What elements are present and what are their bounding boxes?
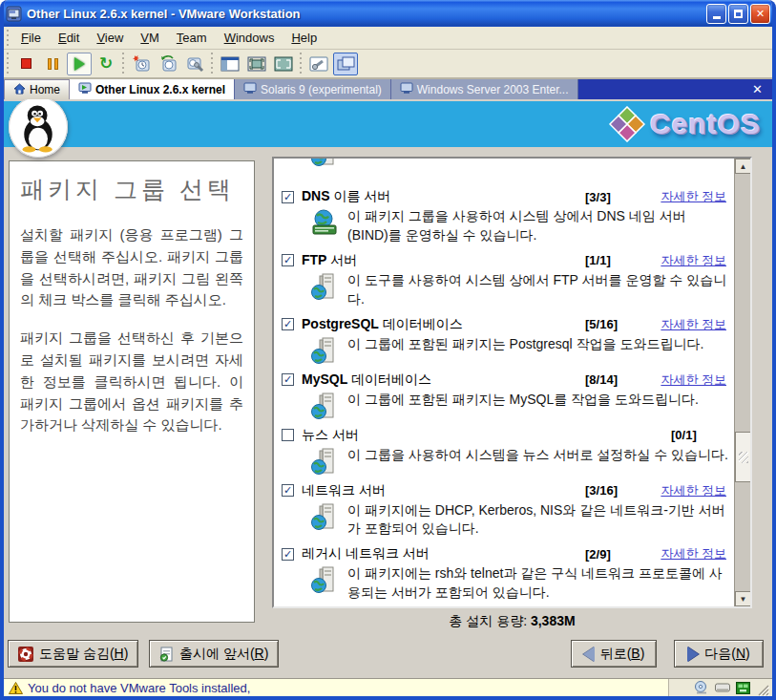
hide-help-button[interactable]: 도움말 숨김(H) bbox=[8, 640, 138, 668]
cdrom-icon[interactable] bbox=[693, 681, 709, 694]
vm-tab[interactable]: Solaris 9 (experimental) bbox=[235, 79, 391, 99]
title-bar[interactable]: Other Linux 2.6.x kernel - VMware Workst… bbox=[0, 0, 776, 27]
package-icon bbox=[310, 336, 339, 365]
package-group-row: ✓ MySQL 데이터베이스 [8/14] 자세한 정보 이 그룹에 포함된 패… bbox=[280, 371, 732, 420]
package-checkbox[interactable]: ✓ bbox=[282, 191, 294, 203]
menu-item[interactable]: Help bbox=[283, 28, 325, 48]
details-link[interactable]: 자세한 정보 bbox=[646, 545, 732, 562]
vm-tab[interactable]: Home bbox=[4, 79, 70, 99]
package-name: MySQL 데이터베이스 bbox=[302, 371, 585, 389]
package-count: [5/16] bbox=[585, 317, 646, 331]
help-panel: 패키지 그룹 선택 설치할 패키지 (응용 프로그램) 그룹을 선택해 주십시오… bbox=[9, 160, 255, 623]
total-install-size: 총 설치 용량: 3,383M bbox=[272, 613, 752, 630]
help-paragraph: 설치할 패키지 (응용 프로그램) 그룹을 선택해 주십시오. 패키지 그룹을 … bbox=[20, 224, 243, 311]
menu-item[interactable]: View bbox=[88, 28, 132, 48]
network-adapter-icon[interactable] bbox=[735, 681, 751, 694]
menu-item[interactable]: Edit bbox=[50, 28, 88, 48]
release-notes-button[interactable]: 출시에 앞서(R) bbox=[149, 640, 279, 668]
menu-item[interactable]: File bbox=[12, 28, 50, 48]
package-checkbox[interactable]: ✓ bbox=[282, 548, 294, 561]
package-group-row: ✓ 네트워크 서버 [3/16] 자세한 정보 이 패키지에는 DHCP, Ke… bbox=[280, 482, 732, 540]
package-group-row: 뉴스 서버 [0/1] 이 그룹을 사용하여 시스템을 뉴스 서버로 설정하실 … bbox=[280, 427, 732, 476]
package-description: 이 패키지에는 rsh와 telnet과 같은 구식 네트워크 프로토콜에 사용… bbox=[347, 564, 728, 603]
resize-grip-icon[interactable] bbox=[756, 683, 769, 696]
full-screen-icon[interactable] bbox=[271, 53, 296, 75]
console-view-icon[interactable] bbox=[333, 53, 358, 75]
package-count: [3/3] bbox=[585, 190, 646, 204]
package-description: 이 패키지 그룹을 사용하여 시스템 상에서 DNS 네임 서버 (BIND)를… bbox=[347, 207, 728, 245]
toolbar: ↻ bbox=[4, 50, 772, 79]
back-arrow-icon bbox=[583, 647, 595, 662]
scrollbar[interactable]: ▲ ▼ bbox=[734, 159, 750, 606]
centos-pinwheel-icon bbox=[609, 106, 645, 142]
package-icon bbox=[310, 208, 339, 237]
revert-snapshot-icon[interactable] bbox=[156, 53, 180, 75]
minimize-button[interactable] bbox=[706, 4, 726, 24]
package-icon bbox=[310, 159, 339, 167]
details-link[interactable]: 자세한 정보 bbox=[646, 316, 732, 333]
show-sidebar-icon[interactable] bbox=[218, 53, 242, 75]
home-icon bbox=[13, 83, 26, 97]
toolbar-grip[interactable] bbox=[6, 30, 10, 46]
close-button[interactable]: ✕ bbox=[750, 4, 770, 24]
snapshot-manager-icon[interactable] bbox=[182, 53, 207, 75]
tab-bar: Home Other Linux 2.6.x kernel bbox=[4, 79, 772, 99]
package-name: PostgreSQL 데이터베이스 bbox=[302, 316, 585, 333]
menu-item[interactable]: Team bbox=[168, 28, 216, 48]
vm-console: CentOS 패키지 그룹 선택 설치할 패키지 (응용 프로그램) 그룹을 선… bbox=[4, 99, 772, 678]
window-title: Other Linux 2.6.x kernel - VMware Workst… bbox=[27, 7, 704, 21]
power-on-icon[interactable] bbox=[67, 53, 92, 75]
package-group-list: 그룹 사이에 파일을 공유할 수 있습니다. ✓ DNS 이름 서버 [3/3]… bbox=[274, 159, 734, 606]
next-button[interactable]: 다음(N) bbox=[674, 640, 764, 668]
menu-item[interactable]: VM bbox=[132, 28, 168, 48]
package-description: 이 도구를 사용하여 시스템 상에서 FTP 서버를 운영할 수 있습니다. bbox=[347, 271, 728, 309]
package-icon bbox=[310, 272, 339, 301]
maximize-button[interactable] bbox=[728, 4, 748, 24]
details-link[interactable]: 자세한 정보 bbox=[646, 252, 732, 269]
details-link[interactable]: 자세한 정보 bbox=[646, 371, 732, 389]
scroll-up-icon[interactable]: ▲ bbox=[735, 159, 751, 174]
details-link[interactable]: 자세한 정보 bbox=[646, 482, 732, 499]
package-checkbox[interactable] bbox=[282, 429, 294, 441]
vm-tab[interactable]: Windows Server 2003 Enter... bbox=[391, 79, 578, 99]
centos-logo: CentOS bbox=[609, 106, 761, 142]
package-count: [2/9] bbox=[585, 547, 646, 562]
package-group-row: ✓ PostgreSQL 데이터베이스 [5/16] 자세한 정보 이 그룹에 … bbox=[280, 316, 732, 365]
package-checkbox[interactable]: ✓ bbox=[282, 318, 294, 330]
vm-monitor-icon bbox=[400, 82, 413, 97]
package-checkbox[interactable]: ✓ bbox=[282, 254, 294, 266]
package-name: FTP 서버 bbox=[302, 252, 585, 269]
package-checkbox[interactable]: ✓ bbox=[282, 484, 294, 497]
power-off-icon[interactable] bbox=[13, 53, 38, 75]
package-count: [1/1] bbox=[585, 253, 646, 267]
quick-switch-icon[interactable] bbox=[244, 53, 269, 75]
vmware-tools-warning[interactable]: You do not have VMware Tools installed, bbox=[4, 679, 669, 696]
snapshot-icon[interactable] bbox=[129, 53, 154, 75]
status-message: You do not have VMware Tools installed, bbox=[28, 681, 250, 695]
package-group-row: ✓ 레거시 네트워크 서버 [2/9] 자세한 정보 이 패키지에는 rsh와 … bbox=[280, 545, 732, 603]
package-description: 이 그룹을 사용하여 시스템을 뉴스 서버로 설정하실 수 있습니다. bbox=[347, 446, 728, 476]
close-tab-icon[interactable]: ✕ bbox=[743, 80, 772, 98]
suspend-icon[interactable] bbox=[40, 53, 65, 75]
menu-item[interactable]: Windows bbox=[216, 28, 283, 48]
hard-disk-icon[interactable] bbox=[714, 681, 730, 694]
tab-label: Home bbox=[30, 83, 60, 96]
reset-icon[interactable]: ↻ bbox=[94, 53, 118, 75]
toolbar-grip[interactable] bbox=[6, 53, 10, 74]
summary-view-icon[interactable] bbox=[306, 53, 331, 75]
package-checkbox[interactable]: ✓ bbox=[282, 373, 294, 386]
centos-wordmark: CentOS bbox=[650, 108, 761, 140]
vm-tab[interactable]: Other Linux 2.6.x kernel bbox=[70, 79, 235, 99]
scroll-down-icon[interactable]: ▼ bbox=[735, 591, 751, 606]
package-icon bbox=[310, 392, 339, 420]
package-count: [8/14] bbox=[585, 372, 646, 387]
details-link[interactable]: 자세한 정보 bbox=[646, 188, 732, 205]
package-group-panel: 그룹 사이에 파일을 공유할 수 있습니다. ✓ DNS 이름 서버 [3/3]… bbox=[272, 157, 752, 608]
package-count: [0/1] bbox=[671, 428, 732, 442]
tab-label: Other Linux 2.6.x kernel bbox=[95, 83, 225, 96]
package-name: 레거시 네트워크 서버 bbox=[302, 545, 585, 562]
scrollbar-thumb[interactable] bbox=[735, 432, 751, 482]
package-description: 이 패키지에는 DHCP, Kerberos, NIS와 같은 네트워크-기반 … bbox=[347, 501, 728, 540]
back-button[interactable]: 뒤로(B) bbox=[571, 640, 657, 668]
menu-bar: File Edit View VM Team Windows Help bbox=[4, 27, 772, 50]
